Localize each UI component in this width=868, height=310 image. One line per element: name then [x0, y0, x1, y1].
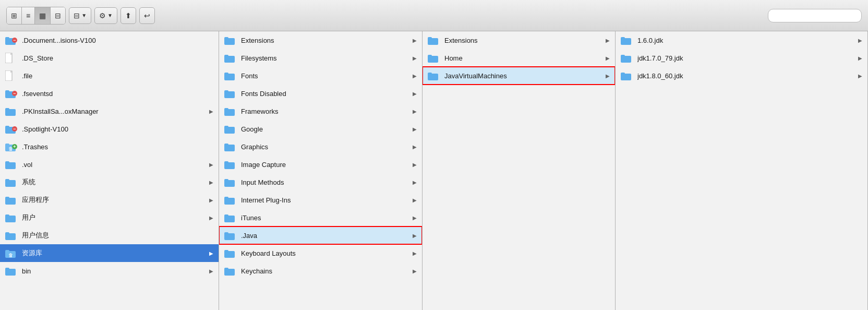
list-item-library[interactable]: 🗑 资源库▶ [0, 244, 219, 262]
list-item-filesystems[interactable]: Filesystems▶ [219, 49, 422, 67]
item-arrow: ▶ [413, 180, 417, 185]
svg-rect-67 [621, 73, 625, 75]
list-item-file[interactable]: .file [0, 67, 219, 85]
svg-rect-29 [224, 37, 228, 40]
item-icon-wrap [5, 70, 19, 81]
item-icon-wrap: − [5, 125, 19, 134]
action-button[interactable]: ⚙▼ [94, 7, 117, 24]
icon-view-button[interactable]: ⊞ [7, 7, 22, 24]
list-item-home[interactable]: Home▶ [423, 49, 615, 67]
item-arrow: ▶ [413, 91, 417, 97]
item-arrow: ▶ [413, 38, 417, 43]
list-item-java[interactable]: .Java▶ [219, 226, 422, 244]
list-view-button[interactable]: ≡ [22, 7, 35, 24]
list-item-document-isions[interactable]: −.Document...isions-V100 [0, 31, 219, 49]
svg-rect-45 [224, 179, 228, 182]
group-button[interactable]: ⊟▼ [69, 7, 91, 24]
list-item-keychains[interactable]: Keychains▶ [219, 262, 422, 280]
list-item-users[interactable]: 用户▶ [0, 209, 219, 226]
search-input[interactable] [768, 9, 862, 22]
list-item-ds-store[interactable]: .DS_Store [0, 49, 219, 67]
item-label: .Spotlight-V100 [22, 125, 213, 133]
list-item-extensions3[interactable]: Extensions▶ [423, 31, 615, 49]
list-item-google[interactable]: Google▶ [219, 120, 422, 138]
item-label: bin [22, 267, 207, 275]
list-item-system[interactable]: 系统▶ [0, 173, 219, 191]
item-arrow: ▶ [413, 233, 417, 239]
list-item-apps[interactable]: 应用程序▶ [0, 191, 219, 209]
item-label: .vol [22, 161, 207, 169]
list-item-pkinstallsa[interactable]: .PKInstallSa...oxManager▶ [0, 102, 219, 120]
item-label: .fseventsd [22, 90, 213, 98]
list-item-frameworks[interactable]: Frameworks▶ [219, 102, 422, 120]
list-item-bin[interactable]: bin▶ [0, 262, 219, 280]
column-4: 1.6.0.jdk▶ jdk1.7.0_79.jdk▶ jdk1.8.0_60.… [616, 31, 868, 310]
item-label: 资源库 [22, 248, 207, 258]
folder-icon [224, 231, 238, 240]
item-label: Fonts [241, 72, 411, 80]
item-icon-wrap [5, 178, 19, 187]
svg-rect-41 [224, 144, 228, 146]
share-button[interactable]: ⬆ [120, 7, 136, 24]
item-arrow: ▶ [606, 55, 610, 61]
list-item-extensions[interactable]: Extensions▶ [219, 31, 422, 49]
finder-columns: −.Document...isions-V100 .DS_Store .file… [0, 31, 868, 310]
list-item-jdk160[interactable]: 1.6.0.jdk▶ [616, 31, 867, 49]
cover-flow-button[interactable]: ⊟ [51, 7, 65, 24]
item-label: Input Methods [241, 178, 411, 186]
list-item-trashes[interactable]: 🗑 +.Trashes [0, 138, 219, 156]
svg-rect-7 [5, 108, 9, 111]
item-arrow: ▶ [209, 109, 213, 114]
item-arrow: ▶ [413, 268, 417, 274]
item-icon-wrap [428, 71, 441, 80]
svg-rect-20 [5, 214, 9, 217]
list-item-fonts-disabled[interactable]: Fonts Disabled▶ [219, 85, 422, 102]
item-icon-wrap [5, 213, 19, 222]
list-item-input-methods[interactable]: Input Methods▶ [219, 173, 422, 191]
list-item-java-virtual-machines[interactable]: JavaVirtualMachines▶ [423, 67, 615, 85]
folder-icon [224, 36, 238, 45]
list-item-fonts[interactable]: Fonts▶ [219, 67, 422, 85]
folder-icon [5, 267, 19, 276]
list-item-spotlight[interactable]: −.Spotlight-V100 [0, 120, 219, 138]
folder-icon [428, 71, 441, 80]
list-item-fseventsd[interactable]: −.fseventsd [0, 85, 219, 102]
item-label: Fonts Disabled [241, 90, 411, 98]
item-icon-wrap [224, 89, 238, 98]
list-item-image-capture[interactable]: Image Capture▶ [219, 156, 422, 173]
folder-trash-icon: 🗑 [5, 249, 19, 258]
list-item-graphics[interactable]: Graphics▶ [219, 138, 422, 156]
list-item-userinfo[interactable]: 用户信息 [0, 226, 219, 244]
item-icon-wrap: − [5, 89, 19, 98]
item-label: Extensions [444, 37, 604, 44]
svg-rect-55 [224, 268, 228, 270]
badge-minus: − [12, 38, 17, 43]
item-icon-wrap [621, 71, 634, 80]
list-item-vol[interactable]: .vol▶ [0, 156, 219, 173]
list-item-internet-plugins[interactable]: Internet Plug-Ins▶ [219, 191, 422, 209]
list-item-itunes[interactable]: iTunes▶ [219, 209, 422, 226]
folder-icon [224, 125, 238, 134]
folder-icon [5, 160, 19, 169]
badge-minus: − [12, 91, 17, 96]
list-item-jdk180[interactable]: jdk1.8.0_60.jdk▶ [616, 67, 867, 85]
item-icon-wrap [224, 54, 238, 63]
item-label: Keyboard Layouts [241, 249, 411, 257]
item-icon-wrap [5, 267, 19, 276]
list-item-jdk170[interactable]: jdk1.7.0_79.jdk▶ [616, 49, 867, 67]
list-item-keyboard-layouts[interactable]: Keyboard Layouts▶ [219, 244, 422, 262]
item-arrow: ▶ [209, 197, 213, 203]
item-icon-wrap [224, 36, 238, 45]
item-icon-wrap [224, 231, 238, 240]
column-3: Java虚拟机 Extensions▶ Home▶ JavaVirtualMac… [423, 31, 616, 310]
svg-rect-1 [5, 37, 9, 40]
item-label: 用户 [22, 213, 207, 222]
back-button[interactable]: ↩ [139, 7, 155, 24]
column-view-button[interactable]: ▦ [35, 7, 51, 24]
item-icon-wrap [224, 178, 238, 187]
file-icon [5, 70, 19, 81]
item-icon-wrap [5, 53, 19, 63]
svg-rect-14 [5, 161, 9, 164]
item-label: Google [241, 125, 411, 133]
item-arrow: ▶ [413, 73, 417, 79]
